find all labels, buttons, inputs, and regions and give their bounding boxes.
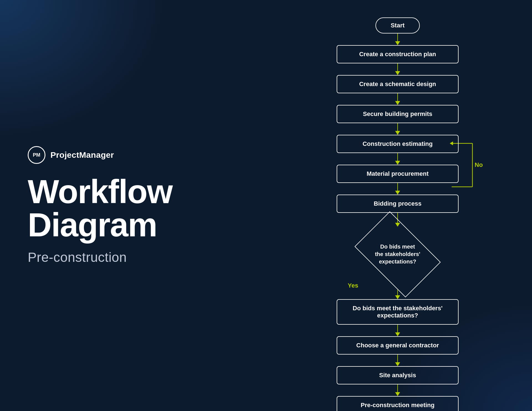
title-line1: Workflow — [28, 173, 172, 210]
start-oval: Start — [375, 17, 420, 33]
rect-general-contractor: Do bids meet the stakeholders' expectati… — [337, 299, 459, 325]
arrow-1 — [312, 33, 484, 45]
arrow-9 — [312, 355, 484, 366]
company-name: ProjectManager — [50, 150, 114, 160]
rect-building-permits: Secure building permits — [337, 105, 459, 123]
node-preconstruction-meeting: Site analysis — [312, 366, 484, 384]
arrow-3 — [312, 93, 484, 105]
node-bidding: Bidding process — [312, 195, 484, 213]
yes-label: Yes — [312, 282, 358, 289]
diamond-text: Do bids meetthe stakeholders'expectation… — [375, 243, 420, 265]
arrow-6 — [312, 183, 484, 195]
node-construction-plan: Create a construction plan — [312, 45, 484, 63]
diamond-wrapper: Do bids meetthe stakeholders'expectation… — [353, 227, 442, 282]
node-estimating: Construction estimating — [312, 135, 484, 153]
title-line2: Diagram — [28, 206, 157, 243]
arrow-8 — [312, 325, 484, 336]
right-panel: No Start Create a construction plan — [263, 0, 532, 411]
subtitle: Pre-construction — [28, 250, 236, 265]
arrow-5 — [312, 153, 484, 165]
rect-preconstruction-meeting: Site analysis — [337, 366, 459, 384]
logo-row: PM ProjectManager — [28, 146, 236, 164]
rect-schematic-design: Create a schematic design — [337, 75, 459, 93]
node-bids-meet: Do bids meetthe stakeholders'expectation… — [312, 227, 484, 282]
start-node: Start — [312, 17, 484, 33]
node-procurement: Material procurement — [312, 165, 484, 183]
rect-construction-plan: Create a construction plan — [337, 45, 459, 63]
rect-estimating: Construction estimating — [337, 135, 459, 153]
node-general-contractor: Do bids meet the stakeholders' expectati… — [312, 299, 484, 325]
node-begin-construction: Pre-construction meeting — [312, 396, 484, 411]
arrow-yes — [312, 290, 484, 299]
arrow-2 — [312, 63, 484, 75]
arrow-10 — [312, 384, 484, 396]
left-panel: PM ProjectManager Workflow Diagram Pre-c… — [0, 0, 263, 411]
rect-begin-construction: Pre-construction meeting — [337, 396, 459, 411]
arrow-4 — [312, 123, 484, 135]
logo-initials: PM — [33, 152, 40, 158]
logo-circle: PM — [28, 146, 45, 164]
node-building-permits: Secure building permits — [312, 105, 484, 123]
rect-site-analysis: Choose a general contractor — [337, 336, 459, 355]
rect-procurement: Material procurement — [337, 165, 459, 183]
node-site-analysis: Choose a general contractor — [312, 336, 484, 355]
node-schematic-design: Create a schematic design — [312, 75, 484, 93]
rect-bidding: Bidding process — [337, 195, 459, 213]
main-title: Workflow Diagram — [28, 175, 236, 241]
